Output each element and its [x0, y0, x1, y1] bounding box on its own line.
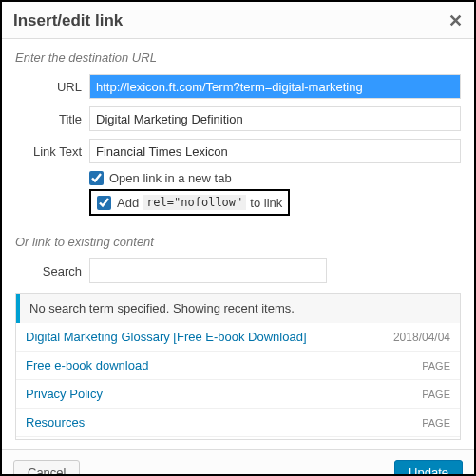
nofollow-code: rel="nofollow" — [143, 195, 246, 210]
title-row: Title — [15, 106, 461, 131]
results-box[interactable]: No search term specified. Showing recent… — [15, 293, 461, 440]
linktext-row: Link Text — [15, 139, 461, 163]
url-row: URL — [15, 74, 461, 99]
linktext-label: Link Text — [15, 144, 89, 159]
nofollow-checkbox[interactable] — [97, 196, 111, 210]
result-title: Digital Marketing Glossary [Free E-book … — [26, 330, 307, 344]
result-title: Resources — [26, 415, 85, 429]
result-meta: PAGE — [422, 389, 450, 400]
result-meta: PAGE — [422, 360, 450, 371]
search-input[interactable] — [89, 258, 327, 283]
newtab-label: Open link in a new tab — [109, 171, 232, 185]
nofollow-prefix: Add — [117, 196, 139, 210]
dialog-footer: Cancel Update — [2, 449, 474, 476]
linktext-input[interactable] — [89, 139, 461, 163]
close-icon[interactable]: ✕ — [448, 12, 463, 29]
cancel-button[interactable]: Cancel — [13, 460, 80, 476]
dialog-header: Insert/edit link ✕ — [2, 2, 474, 39]
title-label: Title — [15, 112, 89, 126]
result-title: Free e-book download — [26, 358, 148, 372]
update-button[interactable]: Update — [394, 460, 463, 476]
section-url-label: Enter the destination URL — [15, 50, 461, 65]
result-meta: PAGE — [422, 417, 450, 428]
url-input[interactable] — [89, 74, 461, 99]
dialog-title: Insert/edit link — [13, 11, 123, 30]
results-message: No search term specified. Showing recent… — [16, 294, 460, 323]
result-title: Privacy Policy — [26, 387, 103, 401]
section-existing-label: Or link to existing content — [15, 235, 461, 249]
nofollow-suffix: to link — [250, 196, 282, 210]
nofollow-row: Add rel="nofollow" to link — [89, 189, 290, 216]
search-label: Search — [15, 264, 89, 278]
url-label: URL — [15, 80, 89, 94]
result-item[interactable]: ResourcesPAGE — [16, 409, 460, 437]
result-item[interactable]: Privacy PolicyPAGE — [16, 380, 460, 409]
result-meta: 2018/04/04 — [393, 331, 450, 344]
result-item[interactable]: Digital Marketing Glossary [Free E-book … — [16, 323, 460, 352]
newtab-row: Open link in a new tab — [89, 171, 461, 185]
dialog-body: Enter the destination URL URL Title Link… — [2, 39, 474, 449]
newtab-checkbox[interactable] — [89, 171, 104, 185]
title-input[interactable] — [89, 106, 461, 131]
result-item[interactable]: Free e-book downloadPAGE — [16, 352, 460, 380]
search-row: Search — [15, 258, 461, 283]
existing-section: Or link to existing content Search No se… — [15, 235, 461, 440]
